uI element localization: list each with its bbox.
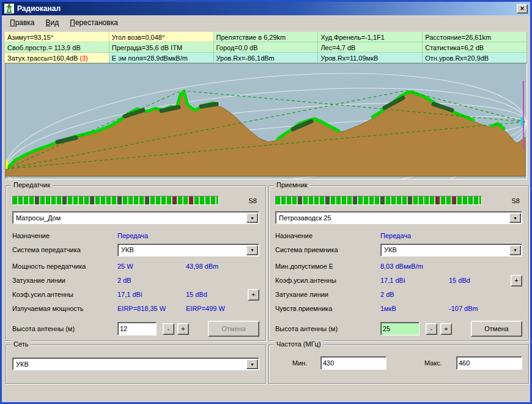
receiver-groupbox: Приемник S8 Петрозаводск 25 ▼ Назначение… [268,185,529,341]
tx-gain-plus-button[interactable]: + [248,289,259,301]
rx-system-combo[interactable]: УКВ ▼ [380,244,522,256]
chevron-down-icon: ▼ [250,216,254,220]
tx-antenna-height-input[interactable] [117,322,157,335]
rx-station-dropdown-button[interactable]: ▼ [509,213,521,223]
tx-eirp-row: Излучаемая мощность EIRP=818,35 W EIRP=4… [6,302,265,315]
rx-gain-dbi: 17,1 dBi [380,277,449,284]
tx-station-combo[interactable]: Матросы_Дом ▼ [12,211,259,224]
network-dropdown-button[interactable]: ▼ [246,359,258,369]
antenna-app-icon [4,4,14,13]
plus-icon: + [514,277,518,284]
network-combo[interactable]: УКВ ▼ [12,357,259,370]
rx-line-loss-label: Затухание линии [275,291,380,298]
rx-sensitivity-dbm: -107 dBm [449,305,478,312]
menu-item-view[interactable]: Вид [40,17,65,29]
info-azimuth: Азимут=93,15° [5,32,109,42]
chevron-down-icon: ▼ [513,248,517,252]
tx-gain-dbi: 17,1 dBi [117,291,186,298]
tx-gain-dbd: 15 dBd [186,291,207,298]
info-elevation-angle: Угол возв=0,048° [109,32,214,42]
meter-segment-red [172,196,177,204]
rx-gain-dbd: 15 dBd [449,277,470,284]
info-distance: Расстояние=26,61km [423,32,527,42]
network-groupbox: Сеть УКВ ▼ [6,345,266,384]
info-row-1: Азимут=93,15° Угол возв=0,048° Препятств… [5,32,527,42]
rx-height-plus-button[interactable]: + [440,323,452,335]
info-path-loss: Затух.трассы=160,4dB (3) [5,53,109,63]
rx-signal-level: S8 [512,197,522,204]
rx-cancel-button[interactable]: Отмена [471,321,522,337]
window-title: Радиоканал [17,4,517,13]
tx-system-combo[interactable]: УКВ ▼ [117,244,259,256]
network-title: Сеть [11,340,31,348]
info-urban-loss: Город=0,0 dB [214,42,319,53]
info-row-2: Своб.простр.= 113,9 dB Преграда=35,6 dB … [5,42,527,53]
transmitter-title: Передатчик [11,181,53,189]
link-info-panel: Азимут=93,15° Угол возв=0,048° Препятств… [5,32,527,63]
frequency-row: Мин. Макс. [275,356,522,370]
tx-eirp-watts: EIRP=818,35 W [117,305,186,312]
title-bar[interactable]: Радиоканал ✕ [2,2,530,15]
info-obstruction: Препятствие в 6,29km [214,32,319,42]
tx-height-minus-button[interactable]: - [163,323,174,335]
info-worst-fresnel: Худ.Френель=-1,1F1 [318,32,423,42]
rx-role-label: Назначение [275,232,380,239]
rx-station-combo[interactable]: Петрозаводск 25 ▼ [275,211,522,224]
transmitter-groupbox: Передатчик S8 Матросы_Дом ▼ Назначение П… [6,185,266,341]
rx-min-e-row: Мин.допустимое Е 8,03 dBмкВ/m [269,260,528,273]
meter-segment-red [435,196,440,204]
frequency-min-input[interactable] [320,356,386,370]
rx-role-row: Назначение Передача [269,229,528,242]
rx-system-label: Система приемника [275,246,380,253]
info-e-field: Е эм поля=28,9dBмкВ/m [109,53,214,63]
receiver-title: Приемник [274,181,310,189]
rx-sensitivity-label: Чувств.приемника [275,305,380,312]
terrain-profile-chart[interactable] [5,63,527,179]
frequency-title: Частота (МГц) [274,340,323,348]
tx-system-label: Система передатчика [12,246,117,253]
tx-signal-meter [12,196,219,205]
rx-system-dropdown-button[interactable]: ▼ [509,245,521,255]
info-rx-relative: Отн.уров.Rx=20,9dB [423,53,527,63]
frequency-groupbox: Частота (МГц) Мин. Макс. [268,345,529,384]
meter-segment-dark [117,196,122,204]
info-obstruction-loss: Преграда=35,6 dB ITM [109,42,214,53]
network-value: УКВ [16,361,29,368]
info-rx-level-dbm: Уров.Rx=-86,1dBm [214,53,319,63]
tx-signal-level: S8 [249,197,259,204]
tx-role-row: Назначение Передача [6,229,265,242]
minus-icon: - [168,325,170,332]
rx-antenna-height-input[interactable] [380,322,419,335]
tx-erp-watts: EIRP=499 W [186,305,225,312]
rx-height-label: Высота антенны (м) [275,325,380,332]
chevron-down-icon: ▼ [513,216,517,220]
tx-height-plus-button[interactable]: + [177,323,189,335]
rx-system-row: Система приемника УКВ ▼ [269,243,528,256]
minus-icon: - [430,325,433,332]
tx-height-label: Высота антенны (м) [12,325,117,332]
meter-segment-dark [353,196,357,204]
tx-role-label: Назначение [12,232,117,239]
tx-system-dropdown-button[interactable]: ▼ [246,245,258,255]
rx-line-loss-row: Затухание линии 2 dB [269,288,528,301]
rx-role-value[interactable]: Передача [380,232,411,239]
rx-height-minus-button[interactable]: - [426,323,437,335]
rx-gain-plus-button[interactable]: + [511,275,522,286]
plus-icon: + [444,325,448,332]
menu-bar: Правка Вид Перестановка [2,15,530,29]
meter-segment-dark [380,196,385,204]
tx-power-dbm: 43,98 dBm [186,263,218,270]
tx-power-watts: 25 W [117,263,186,270]
tx-role-value[interactable]: Передача [117,232,148,239]
info-path-loss-count: (3) [79,54,87,62]
rx-line-loss-value: 2 dB [380,291,394,298]
tx-system-value: УКВ [121,246,134,253]
rx-system-value: УКВ [384,246,397,253]
menu-item-edit[interactable]: Правка [4,17,40,29]
tx-power-row: Мощность передатчика 25 W 43,98 dBm [6,260,265,273]
close-button[interactable]: ✕ [517,4,528,13]
frequency-max-input[interactable] [456,356,522,370]
meter-segment-dark [62,196,67,204]
menu-item-swap[interactable]: Перестановка [64,17,124,29]
tx-station-dropdown-button[interactable]: ▼ [246,213,258,223]
